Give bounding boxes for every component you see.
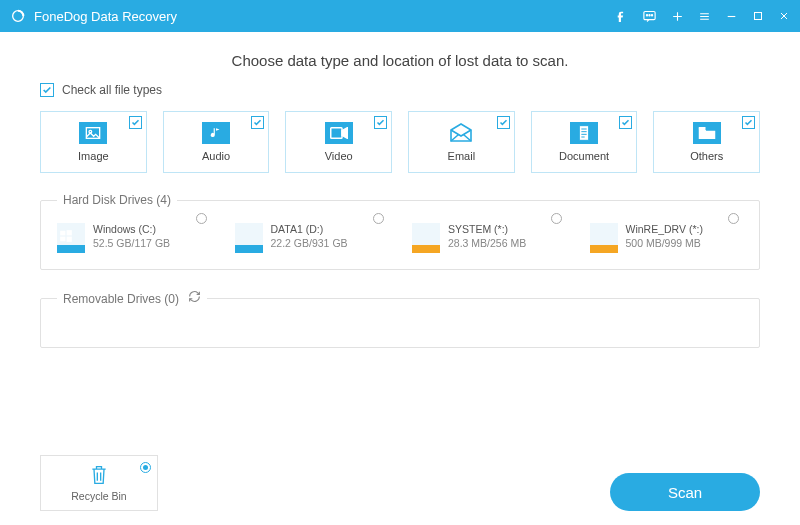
type-card-video[interactable]: Video [285, 111, 392, 173]
type-label: Document [559, 150, 609, 162]
recycle-bin-card[interactable]: Recycle Bin [40, 455, 158, 511]
drive-icon [57, 223, 85, 253]
recycle-radio[interactable] [140, 462, 151, 473]
titlebar-controls [615, 9, 790, 24]
minimize-icon[interactable] [725, 10, 738, 23]
facebook-icon[interactable] [615, 10, 628, 23]
type-card-image[interactable]: Image [40, 111, 147, 173]
drive-size: 22.2 GB/931 GB [271, 237, 348, 249]
folder-icon [693, 122, 721, 144]
email-icon [447, 122, 475, 144]
type-label: Video [325, 150, 353, 162]
svg-rect-12 [60, 237, 65, 242]
drive-icon [235, 223, 263, 253]
file-types-row: Image Audio Video Email Document [40, 111, 760, 173]
type-label: Email [448, 150, 476, 162]
plus-icon[interactable] [671, 10, 684, 23]
removable-legend-text: Removable Drives (0) [63, 292, 179, 306]
drive-icon [590, 223, 618, 253]
maximize-icon[interactable] [752, 10, 764, 22]
type-card-others[interactable]: Others [653, 111, 760, 173]
type-checkbox[interactable] [742, 116, 755, 129]
titlebar: FoneDog Data Recovery [0, 0, 800, 32]
type-checkbox[interactable] [497, 116, 510, 129]
svg-rect-9 [698, 127, 705, 129]
svg-point-3 [649, 14, 650, 15]
check-all-row[interactable]: Check all file types [40, 83, 760, 97]
type-card-email[interactable]: Email [408, 111, 515, 173]
drive-radio[interactable] [196, 213, 207, 224]
image-icon [79, 122, 107, 144]
drive-item[interactable]: DATA1 (D:) 22.2 GB/931 GB [235, 219, 389, 253]
type-checkbox[interactable] [129, 116, 142, 129]
drive-name: Windows (C:) [93, 223, 170, 235]
video-icon [325, 122, 353, 144]
drive-name: WinRE_DRV (*:) [626, 223, 703, 235]
trash-icon [89, 464, 109, 486]
checkmark-icon [253, 118, 262, 127]
drive-radio[interactable] [728, 213, 739, 224]
drive-radio[interactable] [551, 213, 562, 224]
type-card-audio[interactable]: Audio [163, 111, 270, 173]
drive-size: 28.3 MB/256 MB [448, 237, 526, 249]
svg-point-4 [651, 14, 652, 15]
close-icon[interactable] [778, 10, 790, 22]
type-label: Image [78, 150, 109, 162]
drive-item[interactable]: Windows (C:) 52.5 GB/117 GB [57, 219, 211, 253]
check-all-label: Check all file types [62, 83, 162, 97]
document-icon [570, 122, 598, 144]
type-card-document[interactable]: Document [531, 111, 638, 173]
type-label: Audio [202, 150, 230, 162]
svg-rect-11 [67, 230, 72, 235]
drive-item[interactable]: SYSTEM (*:) 28.3 MB/256 MB [412, 219, 566, 253]
checkmark-icon [744, 118, 753, 127]
svg-point-2 [646, 14, 647, 15]
drive-icon [412, 223, 440, 253]
drive-size: 52.5 GB/117 GB [93, 237, 170, 249]
recycle-label: Recycle Bin [71, 490, 126, 502]
svg-rect-13 [67, 237, 72, 242]
type-checkbox[interactable] [374, 116, 387, 129]
svg-rect-8 [330, 128, 341, 139]
drive-size: 500 MB/999 MB [626, 237, 703, 249]
hdd-legend: Hard Disk Drives (4) [57, 193, 177, 207]
audio-icon [202, 122, 230, 144]
checkmark-icon [499, 118, 508, 127]
checkmark-icon [131, 118, 140, 127]
hdd-list: Windows (C:) 52.5 GB/117 GB DATA1 (D:) 2… [57, 219, 743, 253]
type-checkbox[interactable] [619, 116, 632, 129]
checkmark-icon [621, 118, 630, 127]
drive-radio[interactable] [373, 213, 384, 224]
drive-name: DATA1 (D:) [271, 223, 348, 235]
checkmark-icon [42, 85, 52, 95]
type-checkbox[interactable] [251, 116, 264, 129]
checkmark-icon [376, 118, 385, 127]
app-title: FoneDog Data Recovery [34, 9, 615, 24]
check-all-checkbox[interactable] [40, 83, 54, 97]
svg-rect-5 [755, 13, 762, 20]
type-label: Others [690, 150, 723, 162]
drive-item[interactable]: WinRE_DRV (*:) 500 MB/999 MB [590, 219, 744, 253]
refresh-icon[interactable] [188, 290, 201, 306]
app-logo-icon [10, 8, 26, 24]
removable-section: Removable Drives (0) [40, 290, 760, 348]
page-heading: Choose data type and location of lost da… [40, 52, 760, 69]
feedback-icon[interactable] [642, 9, 657, 24]
hdd-section: Hard Disk Drives (4) Windows (C:) 52.5 G… [40, 193, 760, 270]
removable-legend: Removable Drives (0) [57, 290, 207, 306]
menu-icon[interactable] [698, 10, 711, 23]
drive-name: SYSTEM (*:) [448, 223, 526, 235]
svg-rect-10 [60, 231, 65, 236]
scan-button[interactable]: Scan [610, 473, 760, 511]
